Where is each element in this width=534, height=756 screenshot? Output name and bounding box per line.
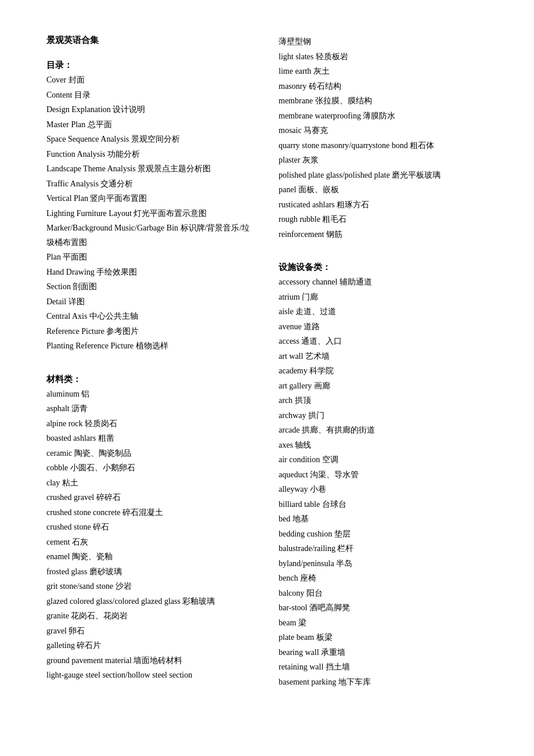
material-item: aluminum 铝 xyxy=(46,387,255,402)
facility-item: aisle 走道、过道 xyxy=(279,305,488,319)
facility-item: bearing wall 承重墙 xyxy=(279,646,488,660)
toc-item: Reference Picture 参考图片 xyxy=(46,325,255,339)
facility-item: avenue 道路 xyxy=(279,320,488,334)
material-cont-item: rough rubble 粗毛石 xyxy=(279,213,488,227)
left-column: 景观英语合集 目录： Cover 封面Content 目录Design Expl… xyxy=(46,35,255,690)
facility-item: art wall 艺术墙 xyxy=(279,350,488,364)
facility-item: balustrade/railing 栏杆 xyxy=(279,542,488,556)
material-item: cobble 小圆石、小鹅卵石 xyxy=(46,461,255,476)
material-item: light-gauge steel section/hollow steel s… xyxy=(46,668,255,683)
toc-item: Master Plan 总平面 xyxy=(46,118,255,132)
material-cont-item: membrane waterproofing 薄膜防水 xyxy=(279,109,488,124)
facilities-list: accessory channel 辅助通道atrium 门廊aisle 走道、… xyxy=(279,275,488,690)
material-item: enamel 陶瓷、瓷釉 xyxy=(46,550,255,564)
toc-item: Design Explanation 设计说明 xyxy=(46,103,255,117)
toc-item: Space Sequence Analysis 景观空间分析 xyxy=(46,132,255,147)
facility-item: bedding cushion 垫层 xyxy=(279,527,488,542)
material-cont-item: reinforcement 钢筋 xyxy=(279,228,488,242)
material-item: gravel 卵石 xyxy=(46,624,255,639)
facility-item: atrium 门廊 xyxy=(279,290,488,305)
facility-item: archway 拱门 xyxy=(279,409,488,423)
page-layout: 景观英语合集 目录： Cover 封面Content 目录Design Expl… xyxy=(46,35,488,690)
toc-item: Section 剖面图 xyxy=(46,280,255,294)
facility-item: arch 拱顶 xyxy=(279,394,488,408)
facility-item: basement parking 地下车库 xyxy=(279,675,488,690)
material-item: crushed stone 碎石 xyxy=(46,520,255,535)
toc-item: Cover 封面 xyxy=(46,73,255,88)
facility-item: arcade 拱廊、有拱廊的街道 xyxy=(279,423,488,438)
material-cont-item: mosaic 马赛克 xyxy=(279,124,488,138)
facility-item: alleyway 小巷 xyxy=(279,483,488,497)
material-cont-item: plaster 灰浆 xyxy=(279,153,488,168)
material-cont-item: 薄壁型钢 xyxy=(279,35,488,49)
toc-item: Plan 平面图 xyxy=(46,250,255,265)
toc-item: Central Axis 中心公共主轴 xyxy=(46,309,255,324)
facility-item: accessory channel 辅助通道 xyxy=(279,275,488,290)
toc-item: Content 目录 xyxy=(46,88,255,103)
facility-item: billiard table 台球台 xyxy=(279,498,488,512)
right-column: 薄壁型钢light slates 轻质板岩lime earth 灰土masonr… xyxy=(279,35,488,690)
material-item: galleting 碎石片 xyxy=(46,639,255,653)
toc-list: Cover 封面Content 目录Design Explanation 设计说… xyxy=(46,73,255,354)
material-item: crushed gravel 碎碎石 xyxy=(46,491,255,505)
material-item: asphalt 沥青 xyxy=(46,402,255,416)
facility-item: art gallery 画廊 xyxy=(279,379,488,394)
materials-cont-list: 薄壁型钢light slates 轻质板岩lime earth 灰土masonr… xyxy=(279,35,488,242)
material-item: clay 粘土 xyxy=(46,476,255,491)
toc-item: Lighting Furniture Layout 灯光平面布置示意图 xyxy=(46,207,255,221)
facilities-title: 设施设备类： xyxy=(279,262,488,273)
facility-item: bed 地基 xyxy=(279,512,488,527)
facility-item: bench 座椅 xyxy=(279,571,488,586)
material-item: ceramic 陶瓷、陶瓷制品 xyxy=(46,447,255,461)
materials-title: 材料类： xyxy=(46,374,255,385)
facility-item: beam 梁 xyxy=(279,616,488,631)
material-item: ground pavement material 墙面地砖材料 xyxy=(46,654,255,668)
facility-item: plate beam 板梁 xyxy=(279,631,488,645)
material-cont-item: quarry stone masonry/quarrystone bond 粗石… xyxy=(279,139,488,153)
facility-item: axes 轴线 xyxy=(279,438,488,453)
facility-item: balcony 阳台 xyxy=(279,586,488,601)
facility-item: bar-stool 酒吧高脚凳 xyxy=(279,601,488,615)
facility-item: access 通道、入口 xyxy=(279,334,488,349)
material-cont-item: rusticated ashlars 粗琢方石 xyxy=(279,198,488,213)
toc-item: Function Analysis 功能分析 xyxy=(46,147,255,162)
toc-item: Planting Reference Picture 植物选样 xyxy=(46,339,255,354)
toc-title: 目录： xyxy=(46,60,255,71)
facility-item: aqueduct 沟渠、导水管 xyxy=(279,468,488,483)
facility-item: academy 科学院 xyxy=(279,364,488,379)
material-cont-item: polished plate glass/polished plate 磨光平板… xyxy=(279,168,488,183)
facility-item: byland/peninsula 半岛 xyxy=(279,557,488,571)
material-cont-item: masonry 砖石结构 xyxy=(279,80,488,94)
material-item: alpine rock 轻质岗石 xyxy=(46,417,255,431)
toc-item: Vertical Plan 竖向平面布置图 xyxy=(46,192,255,206)
main-title: 景观英语合集 xyxy=(46,35,255,46)
toc-item: Marker/Background Music/Garbage Bin 标识牌/… xyxy=(46,221,255,250)
material-item: frosted glass 磨砂玻璃 xyxy=(46,565,255,579)
material-item: grit stone/sand stone 沙岩 xyxy=(46,579,255,594)
material-cont-item: lime earth 灰土 xyxy=(279,64,488,79)
toc-item: Traffic Analysis 交通分析 xyxy=(46,177,255,192)
material-item: boasted ashlars 粗凿 xyxy=(46,431,255,446)
facility-item: air condition 空调 xyxy=(279,453,488,467)
material-cont-item: panel 面板、嵌板 xyxy=(279,183,488,197)
material-cont-item: membrane 张拉膜、膜结构 xyxy=(279,94,488,109)
toc-item: Detail 详图 xyxy=(46,295,255,309)
toc-item: Hand Drawing 手绘效果图 xyxy=(46,265,255,280)
material-item: granite 花岗石、花岗岩 xyxy=(46,609,255,624)
material-cont-item: light slates 轻质板岩 xyxy=(279,50,488,64)
toc-item: Landscape Theme Analysis 景观景点主题分析图 xyxy=(46,162,255,177)
material-item: glazed colored glass/colored glazed glas… xyxy=(46,595,255,609)
materials-list: aluminum 铝asphalt 沥青alpine rock 轻质岗石boas… xyxy=(46,387,255,683)
material-item: cement 石灰 xyxy=(46,535,255,550)
facility-item: retaining wall 挡土墙 xyxy=(279,660,488,675)
material-item: crushed stone concrete 碎石混凝土 xyxy=(46,506,255,520)
